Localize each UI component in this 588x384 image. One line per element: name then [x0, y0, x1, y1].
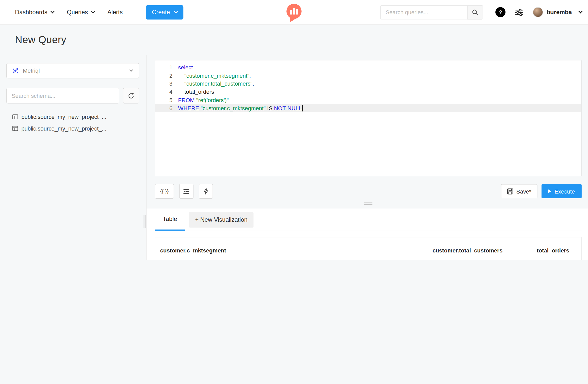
- code-lines: 1select2 "customer.c_mktsegment",3 "cust…: [155, 63, 581, 112]
- search-icon: [472, 9, 479, 16]
- schema-table-name: public.source_my_new_project_...: [21, 114, 106, 120]
- top-navbar: Dashboards Queries Alerts Create: [0, 0, 588, 25]
- execute-button[interactable]: Execute: [542, 184, 582, 198]
- editor-toolbar-right: Save* Execute: [501, 184, 582, 198]
- datasource-select[interactable]: Metriql: [6, 63, 139, 78]
- splitter-handle[interactable]: [155, 199, 582, 209]
- metriql-icon: [12, 67, 19, 74]
- schema-list: public.source_my_new_project_... public.…: [6, 111, 139, 134]
- help-glyph: ?: [499, 9, 502, 15]
- table-grid-icon: [12, 126, 18, 131]
- code-line-3: 3 "customer.total_customers",: [155, 80, 581, 88]
- code-text: select: [172, 63, 193, 72]
- nav-alerts[interactable]: Alerts: [107, 9, 123, 16]
- line-number: 6: [155, 104, 172, 112]
- results-section: Table + New Visualization customer.c_mkt…: [147, 209, 588, 260]
- code-text: "customer.c_mktsegment",: [172, 72, 251, 80]
- schema-search-row: [6, 88, 139, 104]
- user-menu[interactable]: buremba: [533, 7, 582, 17]
- code-text: FROM "ref('orders')": [172, 96, 228, 104]
- schema-table-item[interactable]: public.source_my_new_project_...: [6, 111, 139, 123]
- nav-queries[interactable]: Queries: [67, 9, 94, 16]
- page-title: New Query: [15, 34, 66, 46]
- table-header-row: customer.c_mktsegment customer.total_cus…: [155, 237, 581, 260]
- refresh-schema-button[interactable]: [123, 88, 139, 104]
- tab-table[interactable]: Table: [155, 209, 185, 231]
- save-floppy-icon: [507, 188, 513, 194]
- code-text: total_orders: [172, 88, 214, 96]
- format-query-button[interactable]: [179, 184, 193, 199]
- schema-search-input[interactable]: [6, 88, 119, 104]
- code-line-6: 6WHERE "customer.c_mktsegment" IS NOT NU…: [155, 104, 581, 112]
- line-number: 5: [155, 96, 172, 104]
- sql-editor[interactable]: 1select2 "customer.c_mktsegment",3 "cust…: [155, 60, 582, 176]
- column-header-total-customers[interactable]: customer.total_customers: [394, 237, 510, 260]
- snippet-button[interactable]: {{ }}: [155, 184, 174, 199]
- code-text: WHERE "customer.c_mktsegment" IS NOT NUL…: [172, 104, 303, 112]
- content: Metriql: [0, 55, 588, 260]
- settings-sliders-icon[interactable]: [515, 8, 524, 16]
- code-line-4: 4 total_orders: [155, 88, 581, 96]
- chevron-down-icon: [91, 9, 95, 13]
- schema-table-item[interactable]: public.source_my_new_project_...: [6, 123, 139, 134]
- search-button[interactable]: [467, 5, 483, 19]
- query-search-group: [380, 5, 483, 19]
- avatar: [533, 7, 543, 17]
- create-button[interactable]: Create: [146, 5, 184, 19]
- results-table: customer.c_mktsegment customer.total_cus…: [155, 237, 582, 260]
- chevron-down-icon: [578, 9, 583, 13]
- chevron-down-icon: [174, 9, 178, 13]
- table-grid-icon: [12, 114, 18, 119]
- column-header-total-orders[interactable]: total_orders: [510, 237, 581, 260]
- schema-sidebar: Metriql: [0, 55, 146, 260]
- line-number: 4: [155, 88, 172, 96]
- column-header-mktsegment[interactable]: customer.c_mktsegment: [155, 237, 394, 260]
- refresh-icon: [128, 92, 134, 99]
- line-number: 1: [155, 63, 172, 72]
- nav-queries-label: Queries: [67, 9, 88, 16]
- query-main: 1select2 "customer.c_mktsegment",3 "cust…: [146, 55, 588, 260]
- nav-alerts-label: Alerts: [107, 9, 123, 16]
- editor-zone: 1select2 "customer.c_mktsegment",3 "cust…: [147, 55, 588, 209]
- redash-app: Dashboards Queries Alerts Create: [0, 0, 588, 260]
- nav-dashboards[interactable]: Dashboards: [15, 9, 54, 16]
- code-line-2: 2 "customer.c_mktsegment",: [155, 72, 581, 80]
- sliders-icon: [515, 8, 524, 16]
- redash-logo-icon: [285, 3, 303, 23]
- code-line-5: 5FROM "ref('orders')": [155, 96, 581, 104]
- search-queries-input[interactable]: [380, 5, 467, 19]
- text-cursor: [302, 105, 303, 111]
- format-indent-icon: [183, 188, 190, 195]
- nav-dashboards-label: Dashboards: [15, 9, 47, 16]
- editor-toolbar: {{ }}: [155, 184, 582, 199]
- lightning-bolt-icon: [203, 187, 209, 195]
- execute-button-label: Execute: [554, 188, 575, 194]
- create-button-label: Create: [152, 9, 170, 16]
- autocomplete-toggle-button[interactable]: [199, 184, 213, 199]
- play-icon: [548, 189, 551, 193]
- new-visualization-button[interactable]: + New Visualization: [189, 212, 254, 228]
- user-name: buremba: [547, 9, 572, 16]
- save-button[interactable]: Save*: [501, 184, 537, 198]
- chevron-down-icon: [51, 9, 55, 13]
- panel-resize-handle[interactable]: [144, 215, 146, 228]
- schema-table-name: public.source_my_new_project_...: [21, 125, 106, 132]
- save-button-label: Save*: [516, 188, 531, 194]
- datasource-name: Metriql: [23, 68, 122, 74]
- line-number: 3: [155, 80, 172, 88]
- results-tabs: Table + New Visualization: [155, 209, 582, 231]
- line-number: 2: [155, 72, 172, 80]
- redash-logo[interactable]: [285, 3, 303, 23]
- page-header: New Query: [0, 25, 588, 55]
- help-icon[interactable]: ?: [496, 7, 506, 17]
- chevron-down-icon: [129, 68, 133, 72]
- navbar-right: ? buremba: [380, 5, 582, 19]
- navbar-menu: Dashboards Queries Alerts Create: [15, 5, 184, 19]
- code-text: "customer.total_customers",: [172, 80, 254, 88]
- code-line-1: 1select: [155, 63, 581, 72]
